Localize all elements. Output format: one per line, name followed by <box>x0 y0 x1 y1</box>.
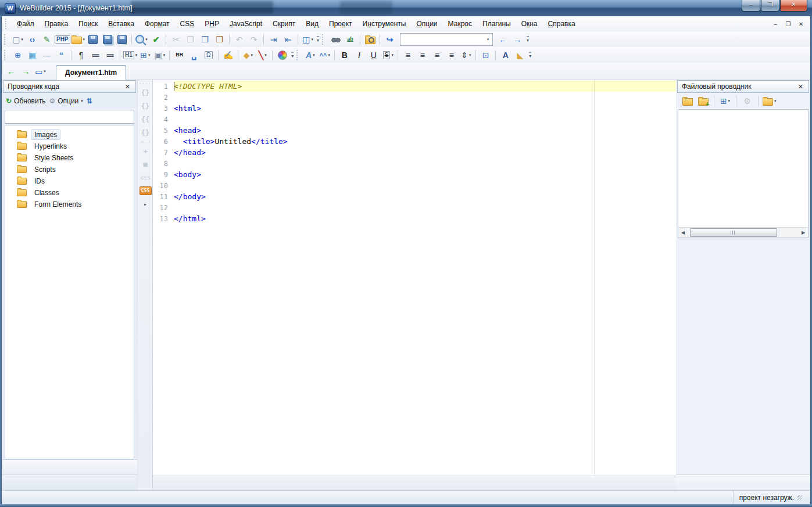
navigate-forward-button[interactable]: → <box>19 65 33 78</box>
find-button[interactable] <box>329 33 342 46</box>
search-toolbar-overflow-icon[interactable]: ▾ <box>527 36 529 43</box>
menu-item-insert[interactable]: Вставка <box>103 17 139 30</box>
spell-check-button[interactable]: ✔ <box>149 33 163 46</box>
insert-script-button[interactable]: ✍ <box>221 49 235 62</box>
comment-button[interactable]: ❝ <box>55 49 68 62</box>
title-bar[interactable]: W WeBuilder 2015 - [Документ1.htm] – ❐ ✕ <box>0 0 812 16</box>
font-button[interactable]: A▾ <box>303 49 317 62</box>
code-explorer-close-icon[interactable]: ✕ <box>124 83 131 91</box>
close-button[interactable]: ✕ <box>780 0 807 12</box>
parent-folder-button[interactable] <box>681 95 694 107</box>
collapse-strip-button[interactable]: ▸ <box>139 199 151 208</box>
menu-item-script[interactable]: Скрипт <box>267 17 301 30</box>
css-check-button[interactable]: CSS <box>139 186 152 195</box>
layout-view-button[interactable]: ◫▾ <box>301 33 314 46</box>
edit-page-button[interactable]: ✎ <box>40 33 53 46</box>
code-line[interactable]: 1<!DOCTYPE HTML> <box>153 81 676 92</box>
code-cleanup-button[interactable]: ╲▾ <box>256 49 269 62</box>
insert-toolbar-overflow-icon[interactable]: ▾ <box>291 52 294 59</box>
menu-item-file[interactable]: Файл <box>12 17 40 30</box>
new-php-page-button[interactable]: PHP <box>55 33 70 46</box>
menu-item-project[interactable]: Проект <box>324 17 357 30</box>
increase-indent-button[interactable]: ⇥ <box>267 33 280 46</box>
menu-item-format[interactable]: Формат <box>139 17 175 30</box>
tree-item-images[interactable]: Images <box>5 129 134 141</box>
document-tab[interactable]: Документ1.htm <box>56 65 126 80</box>
menu-item-javascript[interactable]: JavaScript <box>224 17 267 30</box>
save-all-button[interactable] <box>101 33 114 46</box>
tree-item-hyperlinks[interactable]: Hyperlinks <box>5 141 134 152</box>
menu-item-help[interactable]: Справка <box>543 17 581 30</box>
scroll-right-icon[interactable]: ▶ <box>799 230 808 235</box>
table-button[interactable]: ⊞▾ <box>138 49 152 62</box>
tree-item-scripts[interactable]: Scripts <box>5 164 134 175</box>
image-button[interactable]: ▦ <box>26 49 39 62</box>
save-as-button[interactable] <box>115 33 128 46</box>
menu-item-macros[interactable]: Макрос <box>443 17 477 30</box>
horizontal-scrollbar[interactable]: ◀ ▶ <box>678 227 808 238</box>
tree-item-classes[interactable]: Classes <box>5 187 134 199</box>
ordered-list-button[interactable]: ≕ <box>103 49 117 62</box>
font-size-button[interactable]: AA▾ <box>318 49 331 62</box>
menu-item-php[interactable]: PHP <box>199 17 224 30</box>
menu-item-view[interactable]: Вид <box>301 17 324 30</box>
align-right-button[interactable]: ≡ <box>430 49 443 62</box>
align-left-button[interactable]: ≡ <box>401 49 414 62</box>
menu-item-css[interactable]: CSS <box>175 17 200 30</box>
menu-item-windows[interactable]: Окна <box>516 17 543 30</box>
code-editor[interactable]: 1<!DOCTYPE HTML>23<html>45<head>6 <title… <box>152 80 676 476</box>
main-toolbar-overflow-icon[interactable]: ▾ <box>317 36 319 43</box>
scroll-left-icon[interactable]: ◀ <box>678 230 688 235</box>
paste-special-button[interactable]: ❒ <box>213 33 226 46</box>
code-line[interactable]: 5<head> <box>153 125 676 136</box>
code-line[interactable]: 6 <title>Untitled</title> <box>153 136 676 147</box>
code-line[interactable]: 9<body> <box>153 169 676 180</box>
save-button[interactable] <box>86 33 99 46</box>
scrollbar-thumb[interactable] <box>690 228 777 237</box>
mdi-restore-button[interactable]: ❐ <box>784 21 793 27</box>
format-toolbar-overflow-icon[interactable]: ▾ <box>529 52 531 59</box>
refresh-button[interactable]: ↻ Обновить <box>6 97 45 105</box>
fill-color-button[interactable]: ◣ <box>513 49 527 62</box>
chevron-down-icon[interactable]: ▾ <box>484 37 492 42</box>
mdi-minimize-button[interactable]: – <box>771 21 780 27</box>
code-line[interactable]: 2 <box>153 92 676 103</box>
new-web-page-button[interactable]: ‹› <box>26 33 39 46</box>
code-line[interactable]: 10 <box>153 180 676 191</box>
code-line[interactable]: 8 <box>153 158 676 169</box>
div-layer-button[interactable]: ▣▾ <box>153 49 166 62</box>
code-line[interactable]: 11</body> <box>153 191 676 202</box>
code-line[interactable]: 4 <box>153 114 676 125</box>
paragraph-format-button[interactable]: ⊡ <box>479 49 492 62</box>
sort-button[interactable]: ⇅ <box>87 97 92 105</box>
menu-item-options[interactable]: Опции <box>411 17 442 30</box>
preview-zoom-button[interactable]: ▾ <box>135 33 148 46</box>
horizontal-rule-button[interactable]: — <box>40 49 53 62</box>
find-next-button[interactable]: → <box>511 33 524 46</box>
tree-item-ids[interactable]: IDs <box>5 175 134 187</box>
goto-button[interactable]: ↪ <box>383 33 396 46</box>
resize-grip[interactable] <box>797 495 802 500</box>
mdi-close-button[interactable]: ✕ <box>796 21 806 27</box>
new-folder-button[interactable] <box>696 95 710 107</box>
insert-tag-button[interactable]: ◆▾ <box>241 49 255 62</box>
search-term-input[interactable] <box>400 34 484 45</box>
options-button[interactable]: ⚙ Опции ▾ <box>49 97 83 105</box>
find-previous-button[interactable]: ← <box>496 33 510 46</box>
decrease-indent-button[interactable]: ⇤ <box>281 33 295 46</box>
replace-button[interactable]: ab <box>344 33 357 46</box>
navigate-back-button[interactable]: ← <box>5 65 18 78</box>
strikethrough-button[interactable]: S▾ <box>381 49 395 62</box>
drives-button[interactable]: ▾ <box>763 95 777 107</box>
maximize-button[interactable]: ❐ <box>761 0 779 12</box>
open-in-browser-button[interactable]: ▭▾ <box>34 65 47 78</box>
hyperlink-button[interactable]: ⊕ <box>11 49 24 62</box>
find-in-files-button[interactable] <box>363 33 377 46</box>
menu-item-edit[interactable]: Правка <box>40 17 74 30</box>
underline-button[interactable]: U <box>367 49 380 62</box>
code-explorer-filter-input[interactable] <box>5 110 134 124</box>
code-line[interactable]: 12 <box>153 202 676 213</box>
search-term-combobox[interactable]: ▾ <box>400 33 493 46</box>
tree-item-style-sheets[interactable]: Style Sheets <box>5 152 134 164</box>
tree-item-form-elements[interactable]: Form Elements <box>5 199 134 210</box>
